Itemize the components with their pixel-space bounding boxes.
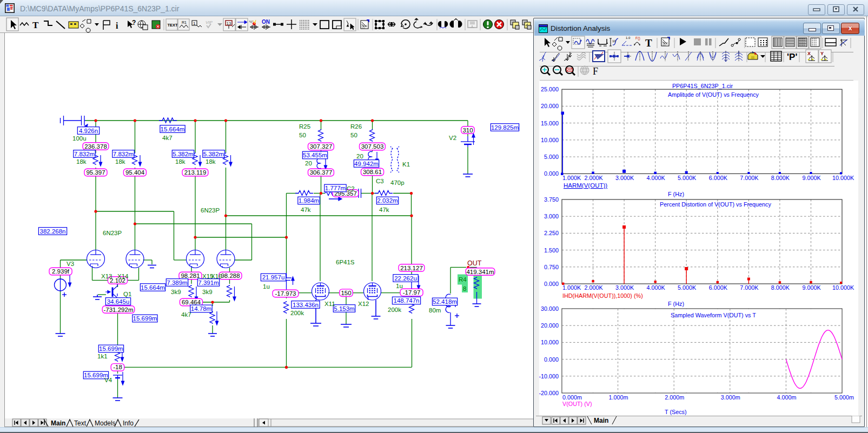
svg-text:20: 20 bbox=[356, 153, 363, 159]
svg-text:6N23P: 6N23P bbox=[103, 230, 122, 236]
svg-text:T (Secs): T (Secs) bbox=[665, 409, 687, 415]
svg-text:13: 13 bbox=[227, 21, 231, 26]
svg-text:2.000K: 2.000K bbox=[584, 284, 603, 291]
svg-text:0.000m: 0.000m bbox=[562, 394, 582, 401]
svg-text:4k7: 4k7 bbox=[181, 311, 191, 318]
svg-text:308.61: 308.61 bbox=[363, 169, 382, 175]
svg-text:98.281: 98.281 bbox=[181, 272, 200, 279]
svg-text:1.500: 1.500 bbox=[544, 247, 559, 254]
svg-text:15.699m: 15.699m bbox=[99, 345, 123, 352]
svg-text:C2: C2 bbox=[347, 185, 355, 192]
svg-text:6.000K: 6.000K bbox=[709, 175, 728, 181]
svg-text:VIP: VIP bbox=[206, 20, 213, 25]
svg-text:-731.292m: -731.292m bbox=[104, 307, 134, 313]
svg-text:Sampled Waveform V(OUT) vs T: Sampled Waveform V(OUT) vs T bbox=[671, 312, 756, 318]
svg-text:6.000K: 6.000K bbox=[709, 284, 728, 291]
svg-text:0.750: 0.750 bbox=[544, 264, 559, 270]
svg-text:15.664m: 15.664m bbox=[161, 126, 185, 132]
svg-text:15.699m: 15.699m bbox=[133, 315, 157, 322]
svg-text:7.000K: 7.000K bbox=[740, 284, 759, 291]
svg-text:-17.97: -17.97 bbox=[403, 289, 421, 296]
svg-text:148.747n: 148.747n bbox=[394, 297, 420, 304]
svg-text:7.000K: 7.000K bbox=[740, 175, 759, 181]
svg-text:10.000K: 10.000K bbox=[832, 175, 854, 181]
svg-text:T: T bbox=[32, 20, 39, 30]
svg-text:IHD(HARM(V(OUT)),1000) (%): IHD(HARM(V(OUT)),1000) (%) bbox=[562, 292, 643, 299]
svg-text:5.000m: 5.000m bbox=[834, 394, 854, 401]
svg-text:-18: -18 bbox=[113, 364, 122, 370]
svg-text:25.000: 25.000 bbox=[541, 86, 559, 92]
svg-text:18k: 18k bbox=[175, 158, 185, 165]
svg-text:3.000: 3.000 bbox=[544, 213, 559, 219]
svg-text:100u: 100u bbox=[72, 135, 87, 142]
svg-text:R1: R1 bbox=[182, 21, 187, 24]
svg-text:50: 50 bbox=[299, 132, 306, 138]
svg-text:4.000m: 4.000m bbox=[777, 394, 796, 401]
svg-text:50: 50 bbox=[350, 132, 357, 138]
svg-text:5.000K: 5.000K bbox=[678, 175, 697, 181]
svg-text:-10.000: -10.000 bbox=[539, 373, 559, 379]
svg-text:8.000K: 8.000K bbox=[771, 175, 790, 181]
svg-text:18k: 18k bbox=[76, 158, 87, 165]
svg-text:10.000: 10.000 bbox=[541, 339, 559, 345]
svg-text:X13: X13 bbox=[101, 273, 112, 279]
svg-text:53.455m: 53.455m bbox=[303, 152, 327, 158]
svg-text:8.000K: 8.000K bbox=[771, 284, 790, 291]
svg-text:X16: X16 bbox=[211, 273, 222, 279]
svg-text:F (Hz): F (Hz) bbox=[668, 191, 684, 197]
svg-text:5.153m: 5.153m bbox=[334, 305, 354, 312]
svg-text:1.984m: 1.984m bbox=[299, 197, 319, 204]
svg-text:382.268n: 382.268n bbox=[40, 228, 66, 235]
svg-text:307.503: 307.503 bbox=[361, 143, 384, 150]
svg-text:3.000K: 3.000K bbox=[615, 175, 634, 181]
svg-text:2.250: 2.250 bbox=[544, 230, 559, 236]
svg-text:18k: 18k bbox=[115, 158, 125, 165]
svg-text:7.391m: 7.391m bbox=[198, 279, 218, 286]
svg-text:1u: 1u bbox=[263, 283, 270, 290]
svg-text:1: 1 bbox=[193, 21, 196, 26]
svg-text:3k9: 3k9 bbox=[171, 289, 181, 295]
svg-text:34.645u: 34.645u bbox=[107, 298, 130, 305]
svg-text:69.464: 69.464 bbox=[182, 299, 201, 305]
svg-text:9.000K: 9.000K bbox=[802, 175, 821, 181]
svg-text:30.000: 30.000 bbox=[541, 305, 559, 312]
svg-text:3.000K: 3.000K bbox=[615, 284, 634, 291]
svg-text:307.327: 307.327 bbox=[310, 143, 333, 150]
svg-text:213.127: 213.127 bbox=[400, 265, 423, 271]
svg-text:150: 150 bbox=[341, 290, 351, 296]
svg-text:-17.973: -17.973 bbox=[275, 290, 296, 297]
svg-text:X12: X12 bbox=[358, 301, 369, 307]
svg-text:4.926n: 4.926n bbox=[79, 128, 98, 134]
svg-text:Main: Main bbox=[594, 417, 608, 424]
svg-text:80m: 80m bbox=[429, 307, 441, 314]
svg-text:470p: 470p bbox=[390, 179, 405, 186]
svg-text:7.832m: 7.832m bbox=[74, 151, 95, 157]
svg-text:V4: V4 bbox=[104, 377, 112, 383]
svg-text:0.000: 0.000 bbox=[544, 170, 559, 177]
svg-text:5.000K: 5.000K bbox=[678, 284, 697, 291]
svg-text:21.957u: 21.957u bbox=[262, 274, 285, 281]
svg-text:213.119: 213.119 bbox=[184, 169, 207, 176]
svg-text:22.262u: 22.262u bbox=[394, 275, 417, 282]
svg-text:20: 20 bbox=[305, 160, 312, 166]
svg-text:15.664m: 15.664m bbox=[141, 284, 165, 291]
svg-text:3.750: 3.750 bbox=[544, 196, 559, 203]
svg-text:14.78m: 14.78m bbox=[191, 305, 211, 312]
svg-text:95.397: 95.397 bbox=[86, 169, 105, 176]
svg-text:9.000K: 9.000K bbox=[802, 284, 821, 291]
svg-text:Percent Distortion of V(OUT) v: Percent Distortion of V(OUT) vs Frequenc… bbox=[660, 201, 771, 208]
svg-text:OUT: OUT bbox=[467, 259, 482, 267]
svg-text:310: 310 bbox=[462, 127, 473, 134]
svg-text:0.000: 0.000 bbox=[544, 356, 559, 363]
svg-text:52.418m: 52.418m bbox=[433, 298, 457, 305]
svg-text:3.000m: 3.000m bbox=[721, 394, 740, 401]
svg-text:18k: 18k bbox=[206, 158, 216, 165]
svg-text:47k: 47k bbox=[379, 206, 389, 213]
svg-text:K1: K1 bbox=[402, 161, 410, 168]
svg-text:5.382m: 5.382m bbox=[203, 151, 224, 157]
svg-text:47k: 47k bbox=[301, 206, 311, 213]
svg-text:4k7: 4k7 bbox=[162, 135, 173, 141]
svg-text:236.378: 236.378 bbox=[84, 143, 107, 150]
svg-text:8: 8 bbox=[463, 285, 466, 292]
svg-text:20.000: 20.000 bbox=[541, 103, 559, 109]
